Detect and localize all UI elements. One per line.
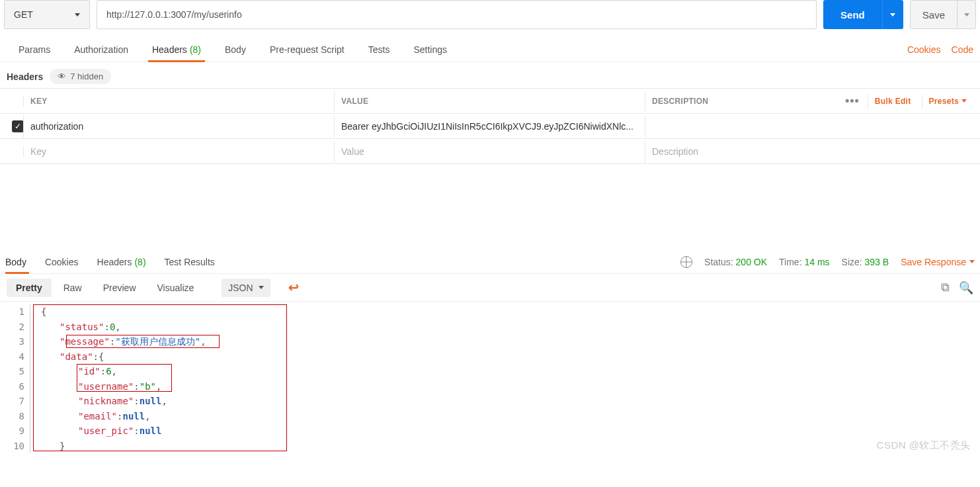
header-desc-input[interactable]: Description bbox=[645, 141, 980, 162]
tab-tests[interactable]: Tests bbox=[356, 37, 402, 62]
send-dropdown[interactable] bbox=[882, 0, 903, 29]
resp-tab-headers[interactable]: Headers (8) bbox=[88, 250, 155, 273]
wrap-icon[interactable]: ↩ bbox=[285, 279, 302, 296]
chevron-down-icon bbox=[969, 260, 975, 263]
headers-title: Headers bbox=[7, 71, 43, 82]
tab-headers[interactable]: Headers (8) bbox=[140, 37, 213, 62]
view-raw[interactable]: Raw bbox=[54, 279, 91, 297]
tab-params[interactable]: Params bbox=[7, 37, 62, 62]
resp-tab-tests[interactable]: Test Results bbox=[155, 250, 224, 273]
size-label: Size: bbox=[842, 257, 862, 267]
tab-body[interactable]: Body bbox=[213, 37, 258, 62]
header-desc-input[interactable] bbox=[645, 121, 980, 132]
watermark: CSDN @软工不秃头 bbox=[877, 439, 971, 452]
response-body[interactable]: 1{ 2"status": 0, 3"message": "获取用户信息成功",… bbox=[0, 302, 980, 457]
table-row: Key Value Description bbox=[0, 139, 980, 164]
format-select[interactable]: JSON bbox=[222, 279, 270, 297]
eye-icon: 👁 bbox=[58, 71, 66, 81]
tab-settings[interactable]: Settings bbox=[401, 37, 459, 62]
chevron-down-icon bbox=[890, 13, 895, 17]
status-value: 200 OK bbox=[736, 257, 767, 267]
header-key-input[interactable]: authorization bbox=[24, 116, 335, 137]
save-button[interactable]: Save bbox=[910, 0, 958, 29]
col-key: KEY bbox=[24, 91, 335, 111]
col-value: VALUE bbox=[335, 91, 645, 111]
headers-count: (8) bbox=[190, 44, 201, 55]
presets-link[interactable]: Presets bbox=[922, 95, 973, 108]
save-dropdown[interactable] bbox=[958, 0, 976, 29]
view-pretty[interactable]: Pretty bbox=[7, 279, 52, 297]
resp-headers-count: (8) bbox=[134, 257, 145, 267]
cookies-link[interactable]: Cookies bbox=[907, 44, 941, 55]
headers-table: KEY VALUE DESCRIPTION ••• Bulk Edit Pres… bbox=[0, 88, 980, 164]
url-text: http://127.0.0.1:3007/my/userinfo bbox=[106, 9, 242, 20]
method-select[interactable]: GET bbox=[4, 0, 90, 29]
time-label: Time: bbox=[779, 257, 801, 267]
header-key-input[interactable]: Key bbox=[24, 141, 335, 162]
url-input[interactable]: http://127.0.0.1:3007/my/userinfo bbox=[97, 0, 817, 29]
header-value-input[interactable]: Bearer eyJhbGciOiJIUzI1NiIsInR5cCI6IkpXV… bbox=[335, 116, 645, 137]
table-row: ✓ authorization Bearer eyJhbGciOiJIUzI1N… bbox=[0, 114, 980, 139]
chevron-down-icon bbox=[259, 286, 264, 289]
hidden-headers-pill[interactable]: 👁 7 hidden bbox=[50, 69, 111, 84]
time-value: 14 ms bbox=[804, 257, 829, 267]
send-button[interactable]: Send bbox=[823, 0, 882, 29]
col-desc: DESCRIPTION bbox=[652, 97, 837, 106]
chevron-down-icon bbox=[964, 13, 969, 17]
resp-tab-body[interactable]: Body bbox=[5, 250, 36, 273]
tab-authorization[interactable]: Authorization bbox=[62, 37, 140, 62]
chevron-down-icon bbox=[961, 99, 967, 103]
size-value: 393 B bbox=[865, 257, 889, 267]
search-icon[interactable]: 🔍 bbox=[959, 281, 973, 295]
method-value: GET bbox=[14, 9, 33, 20]
resp-tab-cookies[interactable]: Cookies bbox=[36, 250, 88, 273]
bulk-edit-link[interactable]: Bulk Edit bbox=[868, 95, 918, 108]
view-visualize[interactable]: Visualize bbox=[148, 279, 204, 297]
header-value-input[interactable]: Value bbox=[335, 141, 645, 162]
more-icon[interactable]: ••• bbox=[841, 94, 864, 108]
chevron-down-icon bbox=[75, 13, 80, 17]
row-checkbox[interactable]: ✓ bbox=[12, 120, 24, 132]
save-response-link[interactable]: Save Response bbox=[901, 257, 975, 267]
copy-icon[interactable]: ⧉ bbox=[941, 281, 950, 295]
globe-icon[interactable] bbox=[680, 256, 692, 268]
status-label: Status: bbox=[704, 257, 733, 267]
tab-prerequest[interactable]: Pre-request Script bbox=[258, 37, 356, 62]
view-preview[interactable]: Preview bbox=[94, 279, 145, 297]
code-link[interactable]: Code bbox=[952, 44, 973, 55]
